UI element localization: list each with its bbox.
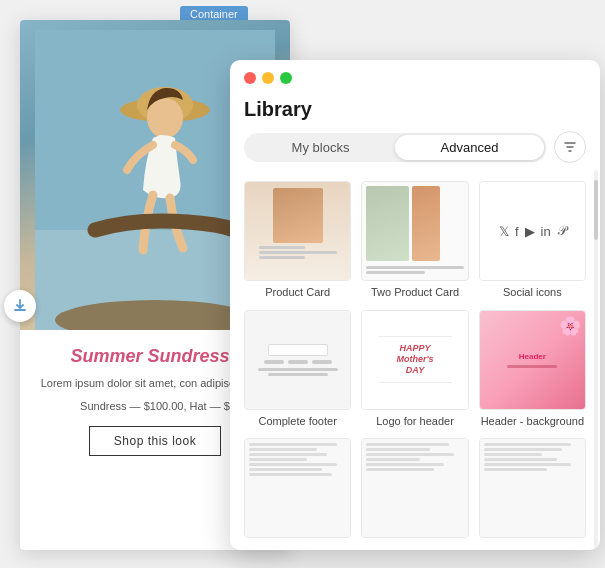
maximize-dot[interactable]	[280, 72, 292, 84]
thumb-footer-nav	[264, 360, 332, 364]
thumb-nav-item	[264, 360, 284, 364]
thumb-line	[249, 468, 322, 471]
pinterest-icon: 𝒫	[557, 223, 566, 239]
thumb-partial-3	[479, 438, 586, 538]
thumb-line	[366, 453, 454, 456]
filter-icon	[563, 140, 577, 154]
tab-advanced[interactable]: Advanced	[395, 135, 544, 160]
card-label-two-product: Two Product Card	[361, 286, 468, 298]
youtube-icon: ▶	[525, 224, 535, 239]
panel-title: Library	[230, 92, 600, 131]
thumb-line	[249, 443, 337, 446]
thumb-line	[484, 443, 572, 446]
thumb-line	[259, 256, 306, 259]
library-card-product[interactable]: Product Card	[244, 181, 351, 300]
scrollbar-track[interactable]	[594, 170, 598, 550]
thumb-two-images	[366, 186, 463, 261]
card-label-product: Product Card	[244, 286, 351, 298]
thumb-product-card	[244, 181, 351, 281]
thumb-line	[484, 468, 547, 471]
thumb-line	[366, 458, 420, 461]
thumb-line	[249, 473, 332, 476]
thumb-social-content: 𝕏 f ▶ in 𝒫	[480, 182, 585, 280]
thumb-nav-item	[312, 360, 332, 364]
thumb-header-bg-content: 🌸 Header	[480, 311, 585, 409]
library-card-partial-3[interactable]	[479, 438, 586, 545]
tab-my-blocks[interactable]: My blocks	[246, 135, 395, 160]
library-card-social[interactable]: 𝕏 f ▶ in 𝒫 Social icons	[479, 181, 586, 300]
thumb-logo-bottom-line	[378, 382, 452, 383]
thumb-line	[249, 463, 337, 466]
library-card-header-bg[interactable]: 🌸 Header Header - background	[479, 310, 586, 429]
thumb-line	[366, 448, 429, 451]
thumb-nav-item	[288, 360, 308, 364]
thumb-header-bg: 🌸 Header	[479, 310, 586, 410]
thumb-line	[366, 463, 444, 466]
thumb-partial-content-1	[245, 439, 350, 537]
thumb-line	[507, 365, 557, 368]
twitter-icon: 𝕏	[499, 224, 509, 239]
thumb-logo-text: HAPPYMother'sDAY	[396, 343, 433, 375]
thumb-img-right	[412, 186, 441, 261]
filter-button[interactable]	[554, 131, 586, 163]
thumb-footer-lines	[258, 368, 338, 376]
thumb-product-image	[273, 188, 323, 243]
thumb-line	[268, 373, 328, 376]
thumb-footer-logo	[268, 344, 328, 356]
svg-point-5	[147, 98, 183, 138]
panel-header: My blocks Advanced	[230, 131, 600, 173]
thumb-line	[249, 458, 307, 461]
card-label-header-bg: Header - background	[479, 415, 586, 427]
thumb-logo-top-line	[378, 336, 452, 337]
thumb-footer-content	[245, 311, 350, 409]
thumb-line	[484, 448, 562, 451]
titlebar	[230, 60, 600, 92]
thumb-partial-1	[244, 438, 351, 538]
thumb-line	[249, 448, 317, 451]
card-label-logo-header: Logo for header	[361, 415, 468, 427]
thumb-line	[366, 271, 424, 274]
thumb-line	[366, 266, 463, 269]
thumb-partial-content-2	[362, 439, 467, 537]
thumb-line	[484, 458, 557, 461]
library-card-two-product[interactable]: Two Product Card	[361, 181, 468, 300]
thumb-logo-content: HAPPYMother'sDAY	[362, 311, 467, 409]
thumb-social-icons: 𝕏 f ▶ in 𝒫	[479, 181, 586, 281]
thumb-line	[249, 453, 327, 456]
thumb-img-left	[366, 186, 408, 261]
thumb-line	[484, 463, 572, 466]
library-card-footer[interactable]: Complete footer	[244, 310, 351, 429]
thumb-product-lines	[259, 246, 337, 259]
thumb-two-lines	[366, 264, 463, 276]
library-card-partial-2[interactable]	[361, 438, 468, 545]
minimize-dot[interactable]	[262, 72, 274, 84]
download-button[interactable]	[4, 290, 36, 322]
thumb-header-label: Header	[519, 352, 546, 361]
library-panel: Library My blocks Advanced	[230, 60, 600, 550]
card-label-social: Social icons	[479, 286, 586, 298]
facebook-icon: f	[515, 224, 519, 239]
download-icon	[12, 298, 28, 314]
thumb-line	[259, 246, 306, 249]
flower-decoration: 🌸	[559, 315, 581, 337]
thumb-line	[259, 251, 337, 254]
shop-button[interactable]: Shop this look	[89, 426, 221, 456]
thumb-two-product-card	[361, 181, 468, 281]
linkedin-icon: in	[541, 224, 551, 239]
library-cards-grid: Product Card Two Produ	[230, 173, 600, 550]
thumb-partial-2	[361, 438, 468, 538]
library-card-partial-1[interactable]	[244, 438, 351, 545]
thumb-logo-header: HAPPYMother'sDAY	[361, 310, 468, 410]
thumb-line	[366, 468, 434, 471]
library-card-logo-header[interactable]: HAPPYMother'sDAY Logo for header	[361, 310, 468, 429]
thumb-line	[484, 453, 542, 456]
close-dot[interactable]	[244, 72, 256, 84]
thumb-line	[366, 443, 449, 446]
thumb-footer-card	[244, 310, 351, 410]
thumb-partial-content-3	[480, 439, 585, 537]
scrollbar-thumb[interactable]	[594, 180, 598, 240]
thumb-line	[258, 368, 338, 371]
card-label-footer: Complete footer	[244, 415, 351, 427]
tab-group: My blocks Advanced	[244, 133, 546, 162]
